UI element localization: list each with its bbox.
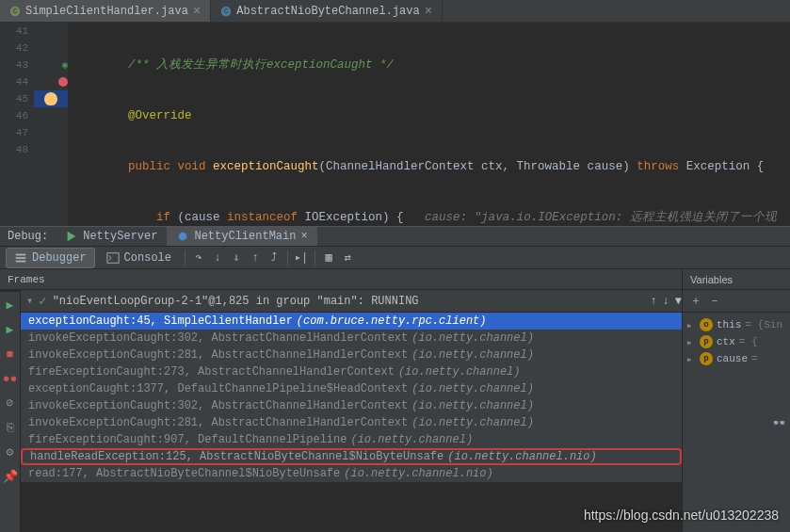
svg-rect-9 — [106, 252, 118, 263]
debug-side-toolbar: ▶ ▶ ■ ●● ⊘ ⎘ ⚙ 📌 — [0, 292, 21, 532]
filter-icon[interactable]: ▼ — [675, 295, 682, 308]
stack-frame[interactable]: invokeExceptionCaught:281, AbstractChann… — [21, 414, 682, 431]
stack-frame[interactable]: fireExceptionCaught:273, AbstractChannel… — [21, 363, 682, 380]
line-number: 44 — [0, 73, 28, 90]
stack-frame[interactable]: invokeExceptionCaught:302, AbstractChann… — [21, 397, 682, 414]
console-icon — [106, 251, 120, 265]
settings-icon[interactable]: ⚙ — [3, 444, 18, 459]
drop-frame-icon[interactable]: ⤴ — [266, 250, 282, 266]
tab-simpleclienthandler[interactable]: C SimpleClientHandler.java × — [0, 0, 211, 22]
get-thread-dump-icon[interactable]: ⎘ — [3, 420, 18, 435]
line-number: 43 — [0, 56, 28, 73]
debug-icon — [176, 230, 189, 243]
line-number-gutter: 41 42 43 44 45 46 47 48 — [0, 23, 34, 226]
run-to-cursor-icon[interactable]: ▸| — [294, 250, 309, 266]
line-number: 46 — [0, 107, 28, 124]
java-class-icon: C — [9, 6, 21, 17]
variables-header: Variables — [683, 269, 790, 290]
line-number: 45 — [0, 90, 28, 107]
code-editor[interactable]: 41 42 43 44 45 46 47 48 ◉ /** 入栈发生异常时执行e… — [0, 23, 790, 226]
stack-frame[interactable]: invokeExceptionCaught:281, AbstractChann… — [21, 347, 682, 363]
stack-frame[interactable]: exceptionCaught:1377, DefaultChannelPipe… — [21, 380, 682, 397]
inline-value: cause: "java.io.IOException: 远程主机强迫关闭了一个… — [404, 211, 777, 224]
prev-frame-icon[interactable]: ↑ — [650, 295, 656, 308]
trace-icon[interactable]: ⇄ — [340, 250, 355, 266]
run-config-nettyclientmain[interactable]: NettyClientMain × — [167, 227, 316, 246]
mute-breakpoints-icon[interactable]: ⊘ — [3, 395, 18, 411]
tab-abstractniobytechannel[interactable]: C AbstractNioByteChannel.java × — [211, 0, 443, 22]
editor-tab-bar: C SimpleClientHandler.java × C AbstractN… — [0, 0, 790, 23]
glasses-icon[interactable]: 👓 — [772, 416, 786, 430]
dropdown-icon[interactable]: ▾ — [26, 294, 33, 308]
code-area[interactable]: /** 入栈发生异常时执行exceptionCaught */ @Overrid… — [68, 23, 790, 226]
java-class-icon: C — [220, 6, 232, 17]
svg-point-5 — [179, 233, 187, 241]
next-frame-icon[interactable]: ↓ — [663, 295, 669, 308]
stack-frame[interactable]: exceptionCaught:45, SimpleClientHandler(… — [21, 313, 682, 330]
svg-text:C: C — [224, 8, 228, 15]
svg-marker-4 — [68, 232, 76, 242]
pin-icon[interactable]: 📌 — [3, 469, 18, 484]
debug-tool-window-header: Debug: NettyServer NettyClientMain × — [0, 226, 790, 247]
stack-frame[interactable]: invokeExceptionCaught:302, AbstractChann… — [21, 330, 682, 347]
watermark: https://blog.csdn.net/u013202238 — [584, 508, 779, 523]
svg-text:C: C — [13, 8, 17, 15]
rerun-icon[interactable]: ▶ — [3, 298, 18, 313]
stack-frames-list[interactable]: exceptionCaught:45, SimpleClientHandler(… — [21, 313, 682, 482]
variables-list[interactable]: ▸othis = {Sin ▸pctx = { ▸pcause = — [683, 313, 790, 371]
variables-side-toolbar: 👓 — [767, 412, 790, 434]
svg-rect-7 — [16, 257, 26, 259]
add-watch-icon[interactable]: ＋ — [690, 293, 701, 309]
line-number: 47 — [0, 124, 28, 141]
close-icon[interactable]: × — [300, 230, 307, 243]
gutter-icons: ◉ — [34, 23, 68, 226]
stack-frame[interactable]: read:177, AbstractNioByteChannel$NioByte… — [21, 465, 682, 482]
step-out-icon[interactable]: ↑ — [248, 250, 263, 266]
debugger-toolbar: Debugger Console ↷ ↓ ⇓ ↑ ⤴ ▸| ▦ ⇄ — [0, 247, 790, 269]
frames-panel: ▾ ✓ "nioEventLoopGroup-2-1"@1,825 in gro… — [21, 290, 682, 532]
tab-debugger[interactable]: Debugger — [6, 248, 95, 268]
variable-row[interactable]: ▸othis = {Sin — [683, 316, 790, 333]
threads-icon — [14, 251, 27, 265]
tab-label: AbstractNioByteChannel.java — [236, 5, 419, 18]
object-icon: o — [700, 318, 713, 331]
param-icon: p — [700, 352, 713, 365]
thread-selector[interactable]: ▾ ✓ "nioEventLoopGroup-2-1"@1,825 in gro… — [21, 290, 682, 313]
run-icon — [65, 230, 78, 243]
step-over-icon[interactable]: ↷ — [191, 250, 206, 266]
variable-row[interactable]: ▸pcause = — [683, 350, 790, 367]
intention-bulb-icon[interactable] — [44, 92, 57, 105]
annotation: @Override — [128, 109, 192, 122]
tab-console[interactable]: Console — [99, 249, 179, 267]
variables-panel: Variables ＋ － ▸othis = {Sin ▸pctx = { ▸p… — [682, 269, 790, 532]
force-step-into-icon[interactable]: ⇓ — [229, 250, 244, 266]
close-icon[interactable]: × — [193, 4, 201, 19]
frames-panel-header: Frames — [0, 269, 790, 290]
stack-frame-highlighted[interactable]: handleReadException:125, AbstractNioByte… — [21, 448, 682, 465]
doc-comment: /** 入栈发生异常时执行exceptionCaught */ — [128, 58, 394, 72]
thread-name: "nioEventLoopGroup-2-1"@1,825 in group "… — [53, 295, 419, 308]
step-into-icon[interactable]: ↓ — [210, 250, 225, 266]
check-icon: ✓ — [39, 293, 46, 309]
close-icon[interactable]: × — [425, 4, 432, 19]
line-number: 48 — [0, 141, 28, 158]
stop-icon[interactable]: ■ — [3, 347, 18, 362]
evaluate-icon[interactable]: ▦ — [321, 250, 336, 266]
param-icon: p — [700, 335, 713, 348]
run-config-nettyserver[interactable]: NettyServer — [56, 227, 167, 246]
resume-icon[interactable]: ▶ — [3, 322, 18, 337]
stack-frame[interactable]: fireExceptionCaught:907, DefaultChannelP… — [21, 431, 682, 448]
tab-label: SimpleClientHandler.java — [25, 5, 188, 18]
debug-label: Debug: — [0, 230, 56, 243]
svg-rect-6 — [16, 253, 26, 255]
view-breakpoints-icon[interactable]: ●● — [3, 371, 18, 386]
line-number: 42 — [0, 40, 28, 56]
line-number: 41 — [0, 23, 28, 40]
variable-row[interactable]: ▸pctx = { — [683, 333, 790, 350]
breakpoint-icon[interactable] — [58, 77, 68, 87]
svg-rect-8 — [16, 260, 26, 262]
remove-watch-icon[interactable]: － — [709, 293, 720, 309]
